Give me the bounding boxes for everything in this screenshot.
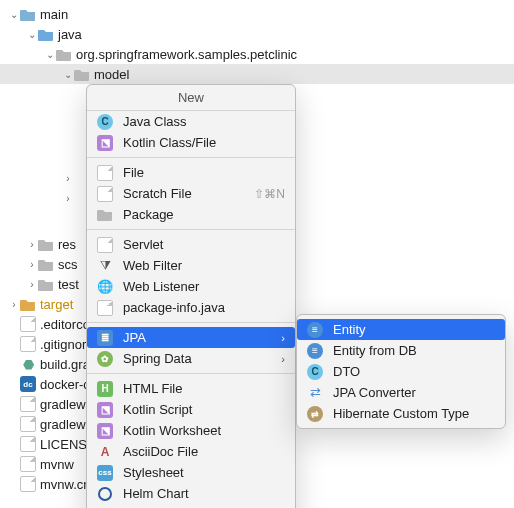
menu-item-label: Helm Chart xyxy=(123,486,285,501)
tree-label: org.springframework.samples.petclinic xyxy=(76,47,297,62)
file-icon xyxy=(20,456,36,472)
file-icon xyxy=(20,396,36,412)
package-icon xyxy=(97,207,113,223)
menu-item-label: Kotlin Script xyxy=(123,402,285,417)
menu-item-label: Web Filter xyxy=(123,258,285,273)
submenu-item-jpa-converter[interactable]: ⇄ JPA Converter xyxy=(297,382,505,403)
menu-item-resource-bundle[interactable]: ▦ Resource Bundle xyxy=(87,504,295,508)
hibernate-icon: ⇄ xyxy=(307,406,323,422)
chevron-right-icon: › xyxy=(62,173,74,184)
menu-item-label: DTO xyxy=(333,364,495,379)
filter-icon: ⧩ xyxy=(97,258,113,274)
menu-item-spring-data[interactable]: ✿ Spring Data › xyxy=(87,348,295,369)
menu-separator xyxy=(87,322,295,323)
submenu-item-entity[interactable]: ≡ Entity xyxy=(297,319,505,340)
menu-item-label: Web Listener xyxy=(123,279,285,294)
menu-separator xyxy=(87,157,295,158)
menu-item-label: package-info.java xyxy=(123,300,285,315)
folder-icon xyxy=(20,6,36,22)
menu-item-web-listener[interactable]: 🌐 Web Listener xyxy=(87,276,295,297)
menu-item-label: JPA Converter xyxy=(333,385,495,400)
text-file-icon xyxy=(20,436,36,452)
menu-item-label: File xyxy=(123,165,285,180)
file-icon xyxy=(20,316,36,332)
package-icon xyxy=(74,66,90,82)
menu-item-label: Java Class xyxy=(123,114,285,129)
scratch-icon xyxy=(97,186,113,202)
new-context-menu: New C Java Class ⬔ Kotlin Class/File Fil… xyxy=(86,84,296,508)
menu-item-asciidoc[interactable]: A AsciiDoc File xyxy=(87,441,295,462)
tree-label: target xyxy=(40,297,73,312)
chevron-right-icon: › xyxy=(26,259,38,270)
shortcut-label: ⇧⌘N xyxy=(254,187,285,201)
globe-icon: 🌐 xyxy=(97,279,113,295)
tree-node-main[interactable]: ⌄ main xyxy=(0,4,514,24)
entity-icon: ≡ xyxy=(307,322,323,338)
servlet-icon xyxy=(97,237,113,253)
menu-item-servlet[interactable]: Servlet xyxy=(87,234,295,255)
menu-item-label: AsciiDoc File xyxy=(123,444,285,459)
menu-item-scratch-file[interactable]: Scratch File ⇧⌘N xyxy=(87,183,295,204)
file-icon xyxy=(20,416,36,432)
menu-item-web-filter[interactable]: ⧩ Web Filter xyxy=(87,255,295,276)
menu-item-label: Kotlin Class/File xyxy=(123,135,285,150)
menu-item-label: Scratch File xyxy=(123,186,254,201)
class-icon: C xyxy=(97,114,113,130)
tree-node-package[interactable]: ⌄ org.springframework.samples.petclinic xyxy=(0,44,514,64)
menu-item-kotlin-script[interactable]: ⬔ Kotlin Script xyxy=(87,399,295,420)
tree-node-java[interactable]: ⌄ java xyxy=(0,24,514,44)
kotlin-icon: ⬔ xyxy=(97,135,113,151)
target-folder-icon xyxy=(20,296,36,312)
converter-icon: ⇄ xyxy=(307,385,323,401)
package-icon xyxy=(56,46,72,62)
menu-item-kotlin-worksheet[interactable]: ⬔ Kotlin Worksheet xyxy=(87,420,295,441)
menu-item-html-file[interactable]: H HTML File xyxy=(87,378,295,399)
class-icon: C xyxy=(307,364,323,380)
jpa-submenu: ≡ Entity ≡ Entity from DB C DTO ⇄ JPA Co… xyxy=(296,314,506,429)
tree-label: .editorco xyxy=(40,317,90,332)
chevron-right-icon: › xyxy=(26,239,38,250)
menu-item-kotlin-class[interactable]: ⬔ Kotlin Class/File xyxy=(87,132,295,153)
menu-separator xyxy=(87,373,295,374)
folder-icon xyxy=(38,276,54,292)
menu-title: New xyxy=(87,85,295,111)
folder-icon xyxy=(38,236,54,252)
submenu-item-entity-from-db[interactable]: ≡ Entity from DB xyxy=(297,340,505,361)
file-icon xyxy=(97,165,113,181)
tree-node-model[interactable]: ⌄ model xyxy=(0,64,514,84)
helm-icon xyxy=(97,486,113,502)
submenu-arrow-icon: › xyxy=(281,332,285,344)
menu-item-stylesheet[interactable]: css Stylesheet xyxy=(87,462,295,483)
tree-label: model xyxy=(94,67,129,82)
menu-item-label: HTML File xyxy=(123,381,285,396)
docker-icon: dc xyxy=(20,376,36,392)
submenu-item-dto[interactable]: C DTO xyxy=(297,361,505,382)
tree-label: java xyxy=(58,27,82,42)
menu-item-package-info[interactable]: package-info.java xyxy=(87,297,295,318)
chevron-down-icon: ⌄ xyxy=(62,69,74,80)
menu-item-label: Package xyxy=(123,207,285,222)
folder-icon xyxy=(38,256,54,272)
menu-item-java-class[interactable]: C Java Class xyxy=(87,111,295,132)
menu-item-label: Servlet xyxy=(123,237,285,252)
menu-item-helm-chart[interactable]: Helm Chart xyxy=(87,483,295,504)
css-icon: css xyxy=(97,465,113,481)
menu-item-package[interactable]: Package xyxy=(87,204,295,225)
tree-label: docker-c xyxy=(40,377,90,392)
submenu-item-hibernate-type[interactable]: ⇄ Hibernate Custom Type xyxy=(297,403,505,424)
menu-item-label: Hibernate Custom Type xyxy=(333,406,495,421)
menu-item-file[interactable]: File xyxy=(87,162,295,183)
tree-label: gradlew. xyxy=(40,417,88,432)
menu-item-label: JPA xyxy=(123,330,275,345)
tree-label: test xyxy=(58,277,79,292)
chevron-right-icon: › xyxy=(26,279,38,290)
menu-item-jpa[interactable]: ≣ JPA › xyxy=(87,327,295,348)
tree-label: gradlew xyxy=(40,397,86,412)
menu-item-label: Stylesheet xyxy=(123,465,285,480)
tree-label: scs xyxy=(58,257,78,272)
tree-label: main xyxy=(40,7,68,22)
kotlin-icon: ⬔ xyxy=(97,402,113,418)
gradle-icon: ⬣ xyxy=(20,356,36,372)
menu-separator xyxy=(87,229,295,230)
tree-label: mvnw xyxy=(40,457,74,472)
